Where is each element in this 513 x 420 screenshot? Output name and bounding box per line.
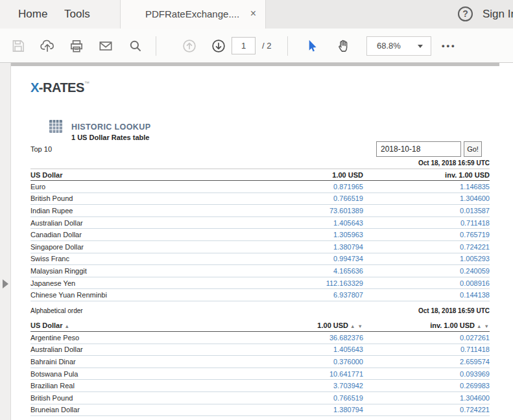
rate-link[interactable]: 4.165636 bbox=[225, 267, 363, 275]
inverse-rate-link[interactable]: 0.765719 bbox=[363, 231, 490, 239]
expand-pane-icon[interactable] bbox=[3, 279, 8, 288]
header-rate-sortable[interactable]: 1.00 USD▲ ▼ bbox=[225, 321, 363, 329]
inverse-rate-link[interactable]: 1.304600 bbox=[363, 194, 490, 202]
inverse-rate-link[interactable]: 1.146835 bbox=[363, 183, 490, 191]
logo-x: X bbox=[30, 80, 39, 95]
table-row: British Pound 0.766519 1.304600 bbox=[30, 193, 490, 205]
navigation-pane-strip[interactable] bbox=[0, 63, 11, 420]
inverse-rate-link[interactable]: 1.304600 bbox=[363, 394, 490, 402]
currency-name: Argentine Peso bbox=[30, 334, 225, 342]
header-currency-sortable[interactable]: US Dollar▲ bbox=[30, 321, 225, 329]
top10-rates-table: US Dollar 1.00 USD inv. 1.00 USD Euro 0.… bbox=[30, 169, 490, 301]
inverse-rate-link[interactable]: 0.711418 bbox=[363, 345, 490, 353]
inverse-rate-link[interactable]: 0.711418 bbox=[363, 219, 490, 227]
select-tool-icon[interactable] bbox=[303, 38, 320, 54]
rate-link[interactable]: 6.937807 bbox=[225, 291, 363, 299]
rate-link[interactable]: 0.766519 bbox=[225, 394, 363, 402]
rate-link[interactable]: 112.163329 bbox=[225, 279, 363, 287]
table-row: Bruneian Dollar 1.380794 0.724221 bbox=[30, 404, 490, 417]
table-row: Singapore Dollar 1.380794 0.724221 bbox=[30, 241, 490, 253]
inverse-rate-link[interactable]: 0.027261 bbox=[363, 334, 490, 342]
share-upload-icon[interactable] bbox=[39, 38, 56, 54]
sort-arrows-icon[interactable]: ▲ ▼ bbox=[477, 323, 490, 329]
xrates-logo: X-RATES™ bbox=[30, 80, 89, 95]
currency-name: Botswana Pula bbox=[30, 370, 225, 378]
tab-home[interactable]: Home bbox=[18, 0, 47, 29]
table-header-row: US Dollar▲ 1.00 USD▲ ▼ inv. 1.00 USD▲ ▼ bbox=[30, 320, 490, 332]
go-button[interactable]: Go! bbox=[464, 141, 482, 157]
table-row: Argentine Peso 36.682376 0.027261 bbox=[30, 332, 490, 344]
previous-page-icon[interactable] bbox=[181, 38, 198, 54]
inverse-rate-link[interactable]: 0.008916 bbox=[363, 279, 490, 287]
document-tab[interactable]: PDFRateExchange.... × bbox=[120, 0, 266, 29]
table-grid-icon bbox=[49, 119, 63, 134]
rate-link[interactable]: 0.766519 bbox=[225, 194, 363, 202]
inverse-rate-link[interactable]: 0.013587 bbox=[363, 207, 490, 215]
logo-rates: -RATES bbox=[39, 80, 84, 95]
rate-link[interactable]: 1.405643 bbox=[225, 219, 363, 227]
table-row: Indian Rupee 73.601389 0.013587 bbox=[30, 205, 490, 217]
close-icon[interactable]: × bbox=[250, 0, 256, 29]
table-row: Euro 0.871965 1.146835 bbox=[30, 181, 490, 193]
toolbar-separator bbox=[287, 36, 288, 56]
rate-link[interactable]: 0.376000 bbox=[225, 358, 363, 366]
header-rate: 1.00 USD bbox=[225, 171, 363, 179]
inverse-rate-link[interactable]: 0.724221 bbox=[363, 406, 490, 414]
rate-link[interactable]: 0.994734 bbox=[225, 255, 363, 262]
page-number-input[interactable]: 1 bbox=[232, 37, 256, 54]
rate-link[interactable]: 1.380794 bbox=[225, 243, 363, 251]
rate-link[interactable]: 0.871965 bbox=[225, 183, 363, 191]
search-icon[interactable] bbox=[127, 38, 144, 54]
rate-link[interactable]: 36.682376 bbox=[225, 334, 363, 342]
rate-link[interactable]: 3.703942 bbox=[225, 382, 363, 390]
pdf-page: X-RATES™ HISTORIC LOOKUP 1 US Dollar Rat… bbox=[11, 66, 513, 420]
section-subtitle: 1 US Dollar Rates table bbox=[71, 134, 149, 141]
tab-tools[interactable]: Tools bbox=[64, 0, 90, 29]
inverse-rate-link[interactable]: 0.144138 bbox=[363, 291, 490, 299]
rate-link[interactable]: 10.641771 bbox=[225, 370, 363, 378]
table-row: Chinese Yuan Renminbi 6.937807 0.144138 bbox=[30, 289, 490, 301]
table-row: Australian Dollar 1.405643 0.711418 bbox=[30, 217, 490, 229]
table-row: British Pound 0.766519 1.304600 bbox=[30, 392, 490, 404]
zoom-level-value: 68.8% bbox=[377, 37, 401, 55]
zoom-level-dropdown[interactable]: 68.8% bbox=[366, 36, 431, 56]
top10-label: Top 10 bbox=[30, 145, 52, 153]
section-title: HISTORIC LOOKUP bbox=[71, 122, 150, 132]
currency-name: Malaysian Ringgit bbox=[30, 267, 225, 275]
inverse-rate-link[interactable]: 0.093969 bbox=[363, 370, 490, 378]
currency-name: Singapore Dollar bbox=[30, 243, 225, 251]
inverse-rate-link[interactable]: 0.240059 bbox=[363, 267, 490, 275]
next-page-icon[interactable] bbox=[210, 38, 227, 54]
rate-link[interactable]: 1.405643 bbox=[225, 345, 363, 353]
timestamp-top: Oct 18, 2018 16:59 UTC bbox=[418, 159, 490, 167]
save-icon[interactable] bbox=[10, 38, 27, 54]
currency-name: Swiss Franc bbox=[30, 255, 225, 262]
currency-name: Brazilian Real bbox=[30, 382, 225, 390]
table-row: Botswana Pula 10.641771 0.093969 bbox=[30, 368, 490, 380]
sign-in-button[interactable]: Sign In bbox=[483, 0, 513, 29]
help-icon[interactable]: ? bbox=[458, 6, 473, 21]
pdf-toolbar: 1 / 2 68.8% ••• bbox=[0, 29, 513, 63]
inverse-rate-link[interactable]: 0.724221 bbox=[363, 243, 490, 251]
header-currency: US Dollar bbox=[30, 171, 225, 179]
hand-tool-icon[interactable] bbox=[335, 38, 352, 54]
inverse-rate-link[interactable]: 2.659574 bbox=[363, 358, 490, 366]
header-inverse-sortable[interactable]: inv. 1.00 USD▲ ▼ bbox=[363, 321, 490, 329]
currency-name: Euro bbox=[30, 183, 225, 191]
table-row: Canadian Dollar 1.305963 0.765719 bbox=[30, 229, 490, 241]
rate-link[interactable]: 1.305963 bbox=[225, 231, 363, 239]
more-options-icon[interactable]: ••• bbox=[442, 38, 457, 54]
print-icon[interactable] bbox=[68, 38, 85, 54]
rate-link[interactable]: 1.380794 bbox=[225, 406, 363, 414]
inverse-rate-link[interactable]: 0.269983 bbox=[363, 382, 490, 390]
email-icon[interactable] bbox=[97, 38, 114, 54]
table-row: Australian Dollar 1.405643 0.711418 bbox=[30, 344, 490, 356]
inverse-rate-link[interactable]: 1.005293 bbox=[363, 255, 490, 262]
currency-name: British Pound bbox=[30, 394, 225, 402]
document-viewport: X-RATES™ HISTORIC LOOKUP 1 US Dollar Rat… bbox=[0, 63, 513, 420]
rate-link[interactable]: 73.601389 bbox=[225, 207, 363, 215]
table-row: Malaysian Ringgit 4.165636 0.240059 bbox=[30, 265, 490, 277]
date-input[interactable] bbox=[376, 141, 461, 157]
sort-arrow-icon[interactable]: ▲ bbox=[65, 323, 70, 329]
sort-arrows-icon[interactable]: ▲ ▼ bbox=[350, 323, 363, 329]
